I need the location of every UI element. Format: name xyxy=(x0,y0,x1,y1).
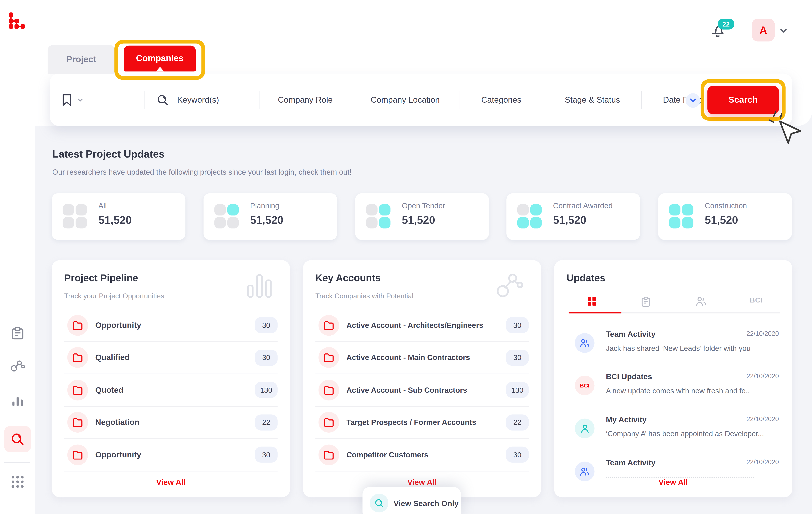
tab-companies[interactable]: Companies xyxy=(124,46,196,72)
list-item[interactable]: Active Account - Sub Contractors 130 xyxy=(315,374,529,406)
stat-value: 51,520 xyxy=(553,214,586,226)
panel-subtitle: Track Companies with Potential xyxy=(315,292,413,300)
people-icon xyxy=(695,296,707,307)
sidebar-item-apps[interactable] xyxy=(0,475,35,489)
sidebar-item-network[interactable] xyxy=(0,360,35,373)
count-badge: 130 xyxy=(506,382,529,398)
mouse-cursor xyxy=(765,109,802,146)
app-logo xyxy=(7,8,27,31)
panel-subtitle: Track your Project Opportunities xyxy=(64,292,164,300)
key-accounts-list: Active Account - Architects/Engineers 30… xyxy=(315,309,529,471)
list-item[interactable]: Active Account - Main Contractors 30 xyxy=(315,342,529,374)
stat-value: 51,520 xyxy=(705,214,738,226)
saved-search-button[interactable] xyxy=(61,74,84,126)
filter-company-location[interactable]: Company Location xyxy=(352,74,459,126)
list-item-label: Target Prospects / Former Accounts xyxy=(347,418,506,427)
stat-value: 51,520 xyxy=(402,214,435,226)
panel-title: Updates xyxy=(567,273,606,284)
stat-card-construction[interactable]: Construction 51,520 xyxy=(658,193,792,240)
panel-title: Key Accounts xyxy=(315,273,380,284)
key-accounts-panel: Key Accounts Track Companies with Potent… xyxy=(303,260,541,497)
sidebar-item-projects[interactable] xyxy=(0,326,35,341)
status-grid-icon xyxy=(63,204,87,229)
search-filter-bar: Keyword(s) Company Role Company Location… xyxy=(50,74,792,126)
status-grid-icon xyxy=(214,204,239,229)
sidebar-item-search-active[interactable] xyxy=(4,426,31,452)
updates-tab-all[interactable] xyxy=(587,296,597,306)
profile-menu-button[interactable] xyxy=(779,26,788,35)
list-item[interactable]: Qualified 30 xyxy=(64,342,278,374)
list-item-label: Negotiation xyxy=(95,418,255,427)
filter-stage-status[interactable]: Stage & Status xyxy=(544,74,641,126)
search-icon xyxy=(370,494,388,512)
sidebar-item-analytics[interactable] xyxy=(0,395,35,408)
status-grid-icon xyxy=(517,204,542,229)
stat-value: 51,520 xyxy=(98,214,132,226)
divider xyxy=(144,91,145,109)
companies-tab-highlight: Companies xyxy=(114,40,205,80)
updates-tab-bci[interactable]: BCI xyxy=(750,296,762,304)
list-item[interactable]: Quoted 130 xyxy=(64,374,278,406)
avatar[interactable]: A xyxy=(752,19,775,41)
folder-icon xyxy=(67,315,88,336)
search-icon xyxy=(10,432,25,446)
update-item[interactable]: Team Activity 22/10/2020 xyxy=(569,451,780,493)
search-icon xyxy=(156,93,169,106)
sidebar xyxy=(0,0,35,514)
updates-tab-projects[interactable] xyxy=(641,296,650,307)
panel-title: Project Pipeline xyxy=(64,273,138,284)
update-item[interactable]: Team Activity 22/10/2020 Jack has shared… xyxy=(569,322,780,365)
network-icon xyxy=(496,272,524,301)
count-badge: 30 xyxy=(506,317,529,333)
keyword-filter[interactable]: Keyword(s) xyxy=(156,74,219,126)
notification-count-badge: 22 xyxy=(718,19,734,30)
pipeline-view-all-link[interactable]: View All xyxy=(52,478,290,487)
update-message: ‘Company A’ has been appointed as Develo… xyxy=(606,429,780,438)
stat-label: Planning xyxy=(250,202,280,210)
page-subtitle: Our researchers have updated the followi… xyxy=(52,168,351,176)
view-search-only-button[interactable]: View Search Only xyxy=(362,487,461,514)
stat-card-open-tender[interactable]: Open Tender 51,520 xyxy=(355,193,489,240)
updates-tab-team[interactable] xyxy=(695,296,707,307)
filter-company-role[interactable]: Company Role xyxy=(259,74,352,126)
list-item-label: Competitor Customers xyxy=(347,451,506,459)
filter-categories[interactable]: Categories xyxy=(459,74,544,126)
stat-card-contract-awarded[interactable]: Contract Awarded 51,520 xyxy=(506,193,640,240)
key-accounts-view-all-link[interactable]: View All xyxy=(303,478,541,487)
updates-tab-bci-label: BCI xyxy=(750,296,762,304)
filter-label: Categories xyxy=(481,95,521,105)
count-badge: 30 xyxy=(255,447,278,463)
folder-icon xyxy=(319,379,339,400)
update-item[interactable]: BCI BCI Updates 22/10/2020 A new update … xyxy=(569,365,780,407)
list-item[interactable]: Opportunity 30 xyxy=(64,439,278,471)
list-item[interactable]: Target Prospects / Former Accounts 22 xyxy=(315,406,529,439)
filter-label: Stage & Status xyxy=(565,95,620,105)
filter-label: Company Location xyxy=(371,95,440,105)
stat-card-all[interactable]: All 51,520 xyxy=(52,193,185,240)
stat-card-planning[interactable]: Planning 51,520 xyxy=(204,193,337,240)
list-item[interactable]: Opportunity 30 xyxy=(64,309,278,342)
status-grid-icon xyxy=(366,204,390,229)
count-badge: 130 xyxy=(255,382,278,398)
update-item[interactable]: My Activity 22/10/2020 ‘Company A’ has b… xyxy=(569,408,780,450)
list-item-label: Opportunity xyxy=(95,450,255,459)
grid-icon xyxy=(587,296,597,306)
list-item[interactable]: Negotiation 22 xyxy=(64,406,278,439)
grid-dots-icon xyxy=(10,475,25,489)
clipboard-icon xyxy=(641,296,650,307)
person-icon xyxy=(575,419,594,438)
update-date: 22/10/2020 xyxy=(747,416,779,423)
stat-label: All xyxy=(98,202,107,210)
folder-icon xyxy=(319,347,339,368)
update-title: My Activity xyxy=(606,415,647,424)
list-item[interactable]: Active Account - Architects/Engineers 30 xyxy=(315,309,529,342)
updates-tabs: BCI xyxy=(569,296,780,310)
stat-label: Construction xyxy=(705,202,747,210)
count-badge: 22 xyxy=(255,415,278,430)
tab-project[interactable]: Project xyxy=(48,45,115,74)
view-search-only-label: View Search Only xyxy=(394,498,459,507)
pipeline-list: Opportunity 30 Qualified 30 Quoted 130 N… xyxy=(64,309,278,471)
list-item[interactable]: Competitor Customers 30 xyxy=(315,439,529,471)
collapse-filters-button[interactable] xyxy=(686,93,700,108)
updates-view-all-link[interactable]: View All xyxy=(554,478,792,487)
